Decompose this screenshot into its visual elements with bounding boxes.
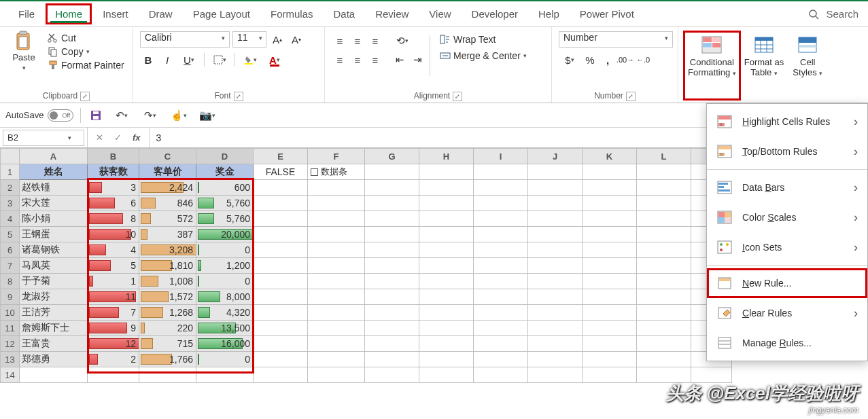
cell[interactable]: [419, 180, 474, 196]
menu-top-bottom[interactable]: 10Top/Bottom Rules: [707, 136, 867, 166]
cell[interactable]: 1,200: [196, 258, 254, 274]
row-header[interactable]: 5: [1, 227, 20, 242]
borders-button[interactable]: ▾: [209, 52, 230, 68]
cell[interactable]: [419, 305, 474, 321]
cell[interactable]: [528, 258, 583, 274]
cell[interactable]: 1,572: [139, 289, 196, 305]
conditional-formatting-button[interactable]: ConditionalFormatting ▾: [684, 31, 740, 100]
cell[interactable]: [474, 274, 528, 289]
cell[interactable]: [474, 367, 528, 383]
cell[interactable]: [254, 211, 308, 227]
header-cell[interactable]: 姓名: [20, 164, 88, 180]
header-cell[interactable]: 获客数: [88, 164, 139, 180]
tab-data[interactable]: Data: [324, 4, 364, 24]
cell[interactable]: 0: [196, 352, 254, 367]
cell[interactable]: [528, 227, 583, 242]
cell[interactable]: 8: [88, 211, 139, 227]
cell[interactable]: [419, 352, 474, 367]
row-header[interactable]: 6: [1, 242, 20, 258]
tab-draw[interactable]: Draw: [140, 4, 181, 24]
tab-power-pivot[interactable]: Power Pivot: [571, 4, 643, 24]
cancel-icon[interactable]: ✕: [96, 132, 103, 143]
cell[interactable]: [528, 196, 583, 211]
cell[interactable]: [583, 164, 637, 180]
row-header[interactable]: 10: [1, 305, 20, 321]
enter-icon[interactable]: ✓: [114, 132, 122, 143]
col-header-C[interactable]: C: [139, 149, 196, 164]
row-header[interactable]: 12: [1, 336, 20, 352]
cell[interactable]: [637, 321, 691, 336]
cell[interactable]: [20, 367, 88, 383]
row-header[interactable]: 7: [1, 258, 20, 274]
cell[interactable]: 20,000: [196, 227, 254, 242]
cell[interactable]: 3,208: [139, 242, 196, 258]
cell[interactable]: [308, 305, 365, 321]
tab-developer[interactable]: Developer: [463, 4, 527, 24]
col-header-E[interactable]: E: [254, 149, 308, 164]
cell[interactable]: [419, 164, 474, 180]
cell[interactable]: [637, 227, 691, 242]
cell[interactable]: [583, 258, 637, 274]
cell[interactable]: [365, 274, 419, 289]
cell[interactable]: [365, 258, 419, 274]
cell[interactable]: 2,424: [139, 180, 196, 196]
tab-home[interactable]: Home: [46, 4, 91, 24]
cell[interactable]: [637, 196, 691, 211]
cell[interactable]: [254, 289, 308, 305]
col-header-H[interactable]: H: [419, 149, 474, 164]
cell[interactable]: [528, 211, 583, 227]
cell[interactable]: 2: [88, 352, 139, 367]
row-header[interactable]: 8: [1, 274, 20, 289]
cell[interactable]: [528, 305, 583, 321]
align-bottom-button[interactable]: ≡: [367, 33, 383, 49]
header-cell[interactable]: 客单价: [139, 164, 196, 180]
cell[interactable]: [528, 367, 583, 383]
save-button[interactable]: [88, 107, 104, 124]
cell[interactable]: [254, 274, 308, 289]
cell[interactable]: [474, 211, 528, 227]
cell[interactable]: 诸葛钢铁: [20, 242, 88, 258]
cell[interactable]: 600: [196, 180, 254, 196]
cell[interactable]: [419, 196, 474, 211]
cell[interactable]: [308, 242, 365, 258]
tab-review[interactable]: Review: [366, 4, 417, 24]
cell[interactable]: [637, 242, 691, 258]
wrap-text-button[interactable]: Wrap Text: [436, 33, 531, 46]
cell[interactable]: [365, 336, 419, 352]
cell[interactable]: [254, 242, 308, 258]
comma-button[interactable]: ,: [600, 52, 616, 68]
increase-decimal-button[interactable]: .00→: [617, 52, 633, 68]
cell[interactable]: [308, 274, 365, 289]
cell[interactable]: [419, 242, 474, 258]
cell[interactable]: 郑德勇: [20, 352, 88, 367]
cell[interactable]: [637, 336, 691, 352]
paste-button[interactable]: Paste▾: [4, 29, 44, 90]
cell[interactable]: [308, 196, 365, 211]
cell[interactable]: [365, 352, 419, 367]
col-header-A[interactable]: A: [20, 149, 88, 164]
header-cell[interactable]: 奖金: [196, 164, 254, 180]
cell[interactable]: [365, 305, 419, 321]
row-header[interactable]: 4: [1, 211, 20, 227]
menu-color-scales[interactable]: Color Scales: [707, 202, 867, 232]
tab-formulas[interactable]: Formulas: [262, 4, 322, 24]
cell[interactable]: 陈小娟: [20, 211, 88, 227]
cell[interactable]: 0: [196, 274, 254, 289]
fx-icon[interactable]: fx: [133, 132, 141, 143]
cell[interactable]: [583, 242, 637, 258]
cell[interactable]: 1,810: [139, 258, 196, 274]
cell-styles-button[interactable]: CellStyles ▾: [788, 31, 827, 100]
cell[interactable]: [308, 289, 365, 305]
cell[interactable]: [308, 227, 365, 242]
menu-manage-rules[interactable]: Manage Rules...: [707, 328, 867, 358]
autosave-toggle[interactable]: AutoSave Off: [5, 109, 73, 122]
cell[interactable]: 846: [139, 196, 196, 211]
cell[interactable]: [474, 305, 528, 321]
cell[interactable]: 6: [88, 196, 139, 211]
tab-page-layout[interactable]: Page Layout: [184, 4, 259, 24]
decrease-font-button[interactable]: A▾: [288, 31, 305, 48]
align-center-button[interactable]: ≡: [349, 52, 366, 68]
row-header[interactable]: 1: [1, 164, 20, 180]
cell[interactable]: [419, 274, 474, 289]
cell[interactable]: [637, 180, 691, 196]
